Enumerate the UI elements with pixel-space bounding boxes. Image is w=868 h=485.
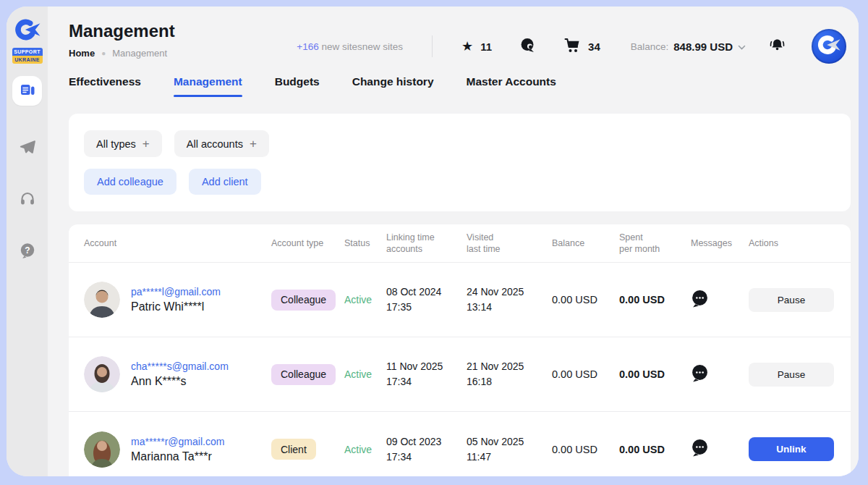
account-type-cell: Colleague bbox=[271, 364, 344, 385]
visited-cell: 05 Nov 2025 11:47 bbox=[467, 434, 552, 465]
page-header: Management Home ● Management bbox=[69, 21, 175, 59]
account-name: Ann K****s bbox=[131, 375, 229, 388]
sidebar: SUPPORT UKRAINE bbox=[7, 7, 48, 476]
filter-chip-row: All types + All accounts + bbox=[84, 130, 835, 157]
col-account-type: Account type bbox=[271, 237, 344, 249]
col-balance: Balance bbox=[552, 237, 619, 249]
tab-effectiveness[interactable]: Effectiveness bbox=[69, 75, 141, 97]
star-icon: ★ bbox=[461, 40, 473, 53]
sidebar-item-sites[interactable] bbox=[12, 76, 42, 106]
account-cell: pa*****l@gmail.com Patric Whi****l bbox=[84, 282, 271, 318]
chevron-down-icon bbox=[738, 40, 746, 53]
all-accounts-label: All accounts bbox=[187, 138, 243, 150]
status-badge: Active bbox=[344, 294, 386, 305]
col-account: Account bbox=[84, 237, 271, 249]
account-type-badge: Colleague bbox=[271, 290, 336, 311]
account-type-cell: Client bbox=[271, 439, 344, 460]
sidebar-item-telegram[interactable] bbox=[12, 138, 42, 158]
visited-date: 21 Nov 2025 bbox=[467, 359, 552, 374]
accounts-table: Account Account type Status Linking time… bbox=[69, 224, 851, 476]
actions-cell: Unlink bbox=[749, 437, 833, 461]
linking-date: 09 Oct 2023 bbox=[386, 434, 467, 450]
visited-cell: 24 Nov 2025 13:14 bbox=[467, 284, 552, 315]
app-logo[interactable]: SUPPORT UKRAINE bbox=[12, 16, 43, 64]
sidebar-item-help[interactable]: ? bbox=[12, 242, 42, 262]
account-type-cell: Colleague bbox=[271, 290, 344, 311]
plus-icon: + bbox=[142, 137, 150, 151]
message-bubble-icon bbox=[691, 439, 709, 460]
visited-cell: 21 Nov 2025 16:18 bbox=[467, 359, 552, 389]
avatar bbox=[84, 356, 120, 392]
app-logo-icon bbox=[13, 16, 42, 46]
account-email-link[interactable]: cha*****s@gmail.com bbox=[131, 360, 229, 372]
status-badge: Active bbox=[344, 444, 386, 455]
account-name: Patric Whi****l bbox=[131, 300, 221, 313]
add-client-button[interactable]: Add client bbox=[189, 169, 261, 195]
account-type-badge: Client bbox=[271, 439, 316, 460]
tab-master-accounts[interactable]: Master Accounts bbox=[467, 75, 556, 97]
chat-button[interactable] bbox=[519, 37, 536, 56]
add-colleague-button[interactable]: Add colleague bbox=[84, 169, 176, 195]
table-row: ma*****r@gmail.com Marianna Ta***r Clien… bbox=[69, 412, 851, 476]
balance-value: 848.99 USD bbox=[673, 41, 733, 53]
all-accounts-filter[interactable]: All accounts + bbox=[174, 130, 269, 157]
linking-time: 17:35 bbox=[386, 300, 467, 315]
balance-label: Balance: bbox=[631, 41, 669, 52]
help-icon: ? bbox=[19, 242, 36, 262]
user-avatar[interactable] bbox=[812, 29, 846, 64]
account-identity: ma*****r@gmail.com Marianna Ta***r bbox=[131, 436, 224, 463]
all-types-filter[interactable]: All types + bbox=[84, 130, 162, 157]
plus-icon: + bbox=[250, 137, 257, 151]
status-badge: Active bbox=[344, 368, 386, 380]
new-sites-counter[interactable]: +166 new sitesnew sites bbox=[297, 41, 403, 52]
balance-cell: 0.00 USD bbox=[552, 294, 619, 305]
notifications-button[interactable] bbox=[769, 37, 786, 56]
col-spent: Spent per month bbox=[619, 232, 691, 255]
col-actions: Actions bbox=[749, 237, 833, 249]
avatar bbox=[84, 282, 120, 318]
support-ukraine-badge: SUPPORT UKRAINE bbox=[12, 48, 43, 64]
cart-count: 34 bbox=[588, 41, 600, 53]
new-sites-label: new sites bbox=[321, 41, 362, 52]
visited-date: 05 Nov 2025 bbox=[467, 434, 552, 450]
balance-dropdown[interactable]: Balance: 848.99 USD bbox=[631, 40, 746, 53]
linking-time-cell: 08 Oct 2024 17:35 bbox=[386, 284, 467, 315]
cart-counter[interactable]: 34 bbox=[563, 37, 600, 56]
balance-cell: 0.00 USD bbox=[552, 444, 619, 455]
breadcrumb-home-link[interactable]: Home bbox=[69, 48, 95, 59]
messages-button[interactable] bbox=[691, 290, 710, 311]
table-row: cha*****s@gmail.com Ann K****s Colleague… bbox=[69, 337, 851, 412]
unlink-button[interactable]: Unlink bbox=[749, 437, 834, 461]
app-window: SUPPORT UKRAINE bbox=[7, 7, 859, 476]
messages-button[interactable] bbox=[691, 439, 710, 460]
tab-management[interactable]: Management bbox=[174, 75, 242, 97]
header-actions: +166 new sitesnew sites ★ 11 bbox=[297, 29, 846, 64]
news-icon bbox=[19, 81, 36, 101]
balance-cell: 0.00 USD bbox=[552, 368, 619, 380]
messages-button[interactable] bbox=[691, 364, 710, 385]
table-header-row: Account Account type Status Linking time… bbox=[69, 224, 851, 263]
chat-bubble-icon bbox=[519, 37, 536, 56]
actions-cell: Pause bbox=[749, 288, 833, 312]
svg-text:?: ? bbox=[25, 245, 30, 256]
support-badge-line2: UKRAINE bbox=[12, 56, 43, 64]
tab-change-history[interactable]: Change history bbox=[352, 75, 434, 97]
header-divider bbox=[432, 35, 433, 57]
linking-date: 08 Oct 2024 bbox=[386, 284, 467, 300]
avatar-logo-icon bbox=[816, 33, 842, 60]
visited-time: 11:47 bbox=[467, 450, 552, 465]
cart-icon bbox=[563, 37, 581, 56]
add-buttons-row: Add colleague Add client bbox=[84, 169, 835, 195]
account-email-link[interactable]: ma*****r@gmail.com bbox=[131, 436, 224, 447]
account-email-link[interactable]: pa*****l@gmail.com bbox=[131, 286, 221, 298]
page-title: Management bbox=[69, 21, 175, 41]
pause-button[interactable]: Pause bbox=[749, 363, 834, 387]
account-cell: cha*****s@gmail.com Ann K****s bbox=[84, 356, 271, 392]
bell-ringing-icon bbox=[769, 37, 786, 56]
favorites-counter[interactable]: ★ 11 bbox=[461, 40, 492, 53]
linking-time-cell: 11 Nov 2025 17:34 bbox=[386, 359, 467, 389]
pause-button[interactable]: Pause bbox=[749, 288, 834, 312]
sidebar-item-support[interactable] bbox=[12, 190, 42, 210]
tab-budgets[interactable]: Budgets bbox=[275, 75, 320, 97]
linking-time-cell: 09 Oct 2023 17:34 bbox=[386, 434, 467, 465]
